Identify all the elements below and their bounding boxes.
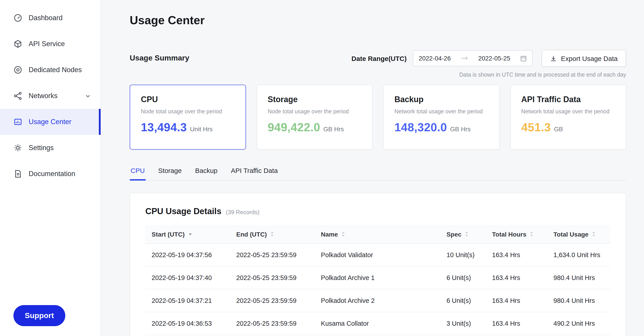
main-content: Usage Center Usage Summary Date Range(UT… xyxy=(101,0,644,336)
app: Dashboard API Service Dedicated Nodes Ne… xyxy=(0,0,644,336)
cell-total-hours: 163.4 Hrs xyxy=(486,312,548,335)
records-count: (39 Records) xyxy=(226,209,260,216)
card-title: Storage xyxy=(268,95,361,104)
cell-spec: 3 Unit(s) xyxy=(440,312,486,335)
cell-total-hours: 163.4 Hrs xyxy=(486,243,548,266)
calendar-icon xyxy=(520,55,527,62)
cell-end: 2022-05-25 23:59:59 xyxy=(230,289,315,312)
column-label: Total Hours xyxy=(492,231,526,238)
table-header-row: Start (UTC) End (UTC) xyxy=(145,225,610,243)
details-title: CPU Usage Details xyxy=(145,207,222,216)
column-label: Name xyxy=(321,231,338,238)
cell-start: 2022-05-19 04:36:53 xyxy=(145,312,230,335)
usage-center-icon xyxy=(14,117,22,126)
cell-start: 2022-05-19 04:37:40 xyxy=(145,266,230,289)
card-number: 451.3 xyxy=(521,120,551,134)
sidebar-item-label: Networks xyxy=(28,92,79,100)
card-value: 451.3 GB xyxy=(521,120,615,134)
card-value: 148,320.0 GB Hrs xyxy=(394,120,488,134)
cell-spec: 6 Unit(s) xyxy=(440,266,486,289)
page-title: Usage Center xyxy=(130,14,626,27)
column-header-spec[interactable]: Spec xyxy=(440,225,486,243)
sidebar-item-label: API Service xyxy=(28,40,91,48)
usage-summary-header: Usage Summary Date Range(UTC) 2022-04-26… xyxy=(130,50,626,67)
card-value: 949,422.0 GB Hrs xyxy=(268,120,361,134)
card-title: Backup xyxy=(394,95,488,104)
download-icon xyxy=(550,55,557,62)
usage-tabs: CPU Storage Backup API Traffic Data xyxy=(130,167,626,181)
cell-spec: 10 Unit(s) xyxy=(440,243,486,266)
cell-start: 2022-05-19 04:37:21 xyxy=(145,289,230,312)
summary-card-api-traffic[interactable]: API Traffic Data Network total usage ove… xyxy=(510,85,626,150)
sidebar-item-label: Usage Center xyxy=(28,118,91,126)
cell-total-hours: 163.4 Hrs xyxy=(486,266,548,289)
arrow-right-icon xyxy=(461,56,468,61)
date-end-value[interactable]: 2022-05-25 xyxy=(478,55,510,62)
card-value: 13,494.3 Unit Hrs xyxy=(141,120,234,134)
utc-note: Data is shown in UTC time and is process… xyxy=(130,72,626,78)
summary-controls: Date Range(UTC) 2022-04-26 2022-05-25 xyxy=(352,50,626,67)
support-button[interactable]: Support xyxy=(14,305,65,326)
export-usage-data-button[interactable]: Export Usage Data xyxy=(542,50,626,67)
cell-name: Polkadot Archive 1 xyxy=(314,266,440,289)
cell-name: Polkadot Archive 2 xyxy=(314,289,440,312)
sidebar-item-label: Dashboard xyxy=(28,14,91,22)
card-subtitle: Node total usage over the period xyxy=(141,108,234,115)
dedicated-nodes-icon xyxy=(14,65,22,74)
card-unit: GB Hrs xyxy=(450,125,471,133)
export-button-label: Export Usage Data xyxy=(561,54,618,62)
column-label: Total Usage xyxy=(554,231,588,238)
cell-name: Kusama Collator xyxy=(314,312,440,335)
card-subtitle: Node total usage over the period xyxy=(268,108,361,115)
column-header-start-utc[interactable]: Start (UTC) xyxy=(145,225,230,243)
cell-total-usage: 490.2 Unit Hrs xyxy=(547,312,610,335)
column-label: Start (UTC) xyxy=(152,231,185,238)
tab-cpu[interactable]: CPU xyxy=(130,167,146,180)
card-number: 13,494.3 xyxy=(141,120,187,134)
sidebar-item-label: Settings xyxy=(28,144,91,152)
card-number: 949,422.0 xyxy=(268,120,320,134)
tab-api-traffic-data[interactable]: API Traffic Data xyxy=(230,167,279,180)
sidebar: Dashboard API Service Dedicated Nodes Ne… xyxy=(0,0,101,336)
table-row: 2022-05-19 04:36:53 2022-05-25 23:59:59 … xyxy=(145,312,610,335)
cell-total-usage: 980.4 Unit Hrs xyxy=(547,266,610,289)
summary-card-storage[interactable]: Storage Node total usage over the period… xyxy=(256,85,372,150)
date-start-value[interactable]: 2022-04-26 xyxy=(419,55,451,62)
summary-card-backup[interactable]: Backup Network total usage over the peri… xyxy=(383,85,499,150)
sidebar-item-dashboard[interactable]: Dashboard xyxy=(0,5,100,31)
sidebar-item-usage-center[interactable]: Usage Center xyxy=(0,109,100,135)
sidebar-item-api-service[interactable]: API Service xyxy=(0,31,100,57)
sidebar-nav: Dashboard API Service Dedicated Nodes Ne… xyxy=(0,5,100,187)
usage-summary-title: Usage Summary xyxy=(130,54,189,63)
date-range-picker[interactable]: 2022-04-26 2022-05-25 xyxy=(413,50,533,66)
cell-end: 2022-05-25 23:59:59 xyxy=(230,243,315,266)
sidebar-item-label: Documentation xyxy=(28,170,91,178)
sidebar-item-settings[interactable]: Settings xyxy=(0,135,100,161)
card-subtitle: Network total usage over the period xyxy=(394,108,488,115)
column-label: Spec xyxy=(446,231,462,238)
column-header-total-hours[interactable]: Total Hours xyxy=(486,225,548,243)
card-unit: GB Hrs xyxy=(323,125,344,133)
sidebar-item-networks[interactable]: Networks xyxy=(0,83,100,109)
tab-backup[interactable]: Backup xyxy=(194,167,218,180)
document-icon xyxy=(14,169,22,178)
cell-end: 2022-05-25 23:59:59 xyxy=(230,312,315,335)
column-header-total-usage[interactable]: Total Usage xyxy=(547,225,610,243)
sorter-icon xyxy=(465,231,469,238)
card-title: CPU xyxy=(141,95,234,104)
networks-icon xyxy=(14,91,22,100)
card-number: 148,320.0 xyxy=(394,120,447,134)
summary-card-cpu[interactable]: CPU Node total usage over the period 13,… xyxy=(130,85,246,150)
cell-total-hours: 163.4 Hrs xyxy=(486,289,548,312)
card-subtitle: Network total usage over the period xyxy=(521,108,615,115)
column-header-end-utc[interactable]: End (UTC) xyxy=(230,225,315,243)
tab-storage[interactable]: Storage xyxy=(157,167,182,180)
date-range-label: Date Range(UTC) xyxy=(352,54,407,62)
cell-total-usage: 980.4 Unit Hrs xyxy=(547,289,610,312)
column-header-name[interactable]: Name xyxy=(314,225,440,243)
sort-caret-down-icon xyxy=(188,232,193,236)
sidebar-item-dedicated-nodes[interactable]: Dedicated Nodes xyxy=(0,57,100,83)
cell-total-usage: 1,634.0 Unit Hrs xyxy=(547,243,610,266)
table-row: 2022-05-19 04:37:56 2022-05-25 23:59:59 … xyxy=(145,243,610,266)
sidebar-item-documentation[interactable]: Documentation xyxy=(0,161,100,187)
